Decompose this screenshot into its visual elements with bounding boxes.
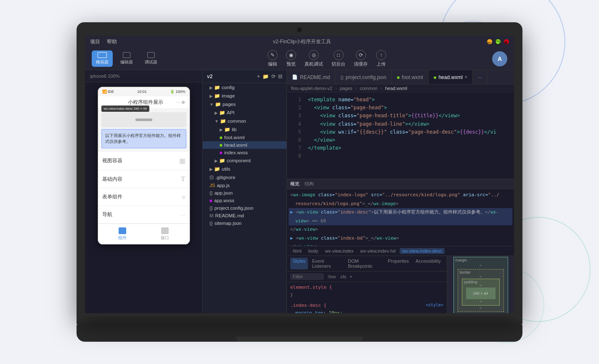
- tab-more[interactable]: ···: [473, 70, 488, 84]
- sub-tab-event-listeners[interactable]: Event Listeners: [310, 258, 344, 269]
- collapse-icon[interactable]: ⊟: [278, 74, 282, 79]
- tab-close-icon[interactable]: ×: [465, 75, 467, 79]
- code-line-2: 2 <view class="page-head">: [287, 104, 514, 112]
- clear-cache-action[interactable]: ⟳ 清缓存: [354, 50, 368, 67]
- new-folder-icon[interactable]: 📁: [262, 74, 269, 79]
- sub-tab-properties[interactable]: Properties: [385, 258, 411, 269]
- file-foot-wxml[interactable]: ■foot.wxml: [203, 134, 286, 141]
- breadcrumb-bar: fino-applet-demo-v2 › pages › common › h…: [287, 84, 514, 92]
- phone-tab-api[interactable]: 接口: [144, 227, 186, 241]
- laptop-camera: [297, 27, 302, 32]
- tag-html[interactable]: html: [290, 248, 304, 254]
- tag-breadcrumb: html body wx-view.index wx-view.index-hd…: [287, 246, 514, 256]
- menu-project[interactable]: 项目: [90, 38, 100, 45]
- file-lib[interactable]: ▶📁lib: [203, 125, 286, 134]
- file-head-wxml[interactable]: ■head.wxml: [203, 141, 286, 149]
- file-app-js[interactable]: JSapp.js: [203, 182, 286, 189]
- tab-readme[interactable]: 📄 README.md: [287, 70, 335, 84]
- preview-action[interactable]: ◉ 预览: [286, 50, 296, 67]
- window-controls: − □ ×: [487, 39, 509, 44]
- styles-area: Styles Event Listeners DOM Breakpoints P…: [287, 256, 514, 313]
- laptop-stand: [77, 325, 522, 342]
- css-rule-element-style: element.style { }: [287, 282, 447, 300]
- phone-menu-item-4[interactable]: 导航 ···: [98, 206, 190, 224]
- tab-foot-wxml[interactable]: ■ foot.wxml: [392, 70, 428, 84]
- filter-input[interactable]: [290, 273, 324, 280]
- code-editor[interactable]: 1 <template name="head"> 2 <view class="…: [287, 92, 514, 179]
- sub-tab-dom-breakpoints[interactable]: DOM Breakpoints: [345, 258, 384, 269]
- file-readme[interactable]: MREADME.md: [203, 212, 286, 219]
- box-model-border: border − padding − 240 × 44: [458, 269, 504, 312]
- breadcrumb-2: pages: [340, 86, 353, 91]
- dom-panel-tabs: 概览 结构: [287, 179, 514, 189]
- debugger-button[interactable]: 调试器: [140, 50, 162, 67]
- code-line-3: 3 <view class="page-head-title">{{title}…: [287, 112, 514, 120]
- sub-tab-accessibility[interactable]: Accessibility: [413, 258, 443, 269]
- file-tree-panel: v2 + 📁 ⟳ ⊟ ▶📁config: [203, 70, 287, 313]
- file-app-wxss[interactable]: ■app.wxss: [203, 197, 286, 204]
- file-pages[interactable]: ▼📁pages: [203, 100, 286, 108]
- tab-project-config[interactable]: {} project.config.json: [335, 70, 392, 84]
- file-config[interactable]: ▶📁config: [203, 83, 286, 92]
- dom-tree: <wx-image class="index-logo" src="../res…: [287, 189, 514, 246]
- refresh-icon[interactable]: ⟳: [271, 74, 276, 79]
- dom-line-5: </wx-view>: [289, 225, 512, 234]
- laptop-screen-frame: 项目 帮助 v2-FinClip小程序开发工具 − □ ×: [77, 22, 522, 317]
- file-component[interactable]: ▶📁component: [203, 156, 286, 165]
- file-app-json[interactable]: {}app.json: [203, 189, 286, 197]
- api-tab-icon: [161, 227, 169, 234]
- minimize-button[interactable]: −: [487, 39, 492, 44]
- dom-line-3: ▶ <wx-view class="index-desc">以下用展示小程序官方…: [289, 208, 512, 217]
- maximize-button[interactable]: □: [496, 39, 501, 44]
- background-action[interactable]: □ 切后台: [331, 50, 345, 67]
- tag-wx-view-index[interactable]: wx-view.index: [323, 248, 356, 254]
- editor-tab-bar: 📄 README.md {} project.config.json ■ foo…: [287, 70, 514, 84]
- filter-cls-hint[interactable]: .cls: [339, 274, 347, 279]
- dom-panel-tab-elements[interactable]: 概览: [290, 181, 300, 187]
- preview-icon: ◉: [286, 50, 296, 60]
- edit-action[interactable]: ✎ 编辑: [268, 50, 278, 67]
- phone-menu-item-1[interactable]: 视图容器 ▦: [98, 152, 190, 170]
- new-file-icon[interactable]: +: [257, 74, 260, 79]
- tag-wx-view-hd[interactable]: wx-view.index-hd: [358, 248, 398, 254]
- file-image[interactable]: ▶📁image: [203, 92, 286, 100]
- file-common[interactable]: ▼📁common: [203, 117, 286, 125]
- dom-line-7: </wx-view>: [289, 243, 512, 246]
- menu-bar: 项目 帮助 v2-FinClip小程序开发工具 − □ ×: [85, 36, 514, 47]
- file-api[interactable]: ▶📁API: [203, 108, 286, 117]
- tab-head-wxml[interactable]: ■ head.wxml ×: [429, 70, 473, 84]
- dom-panel-tab-console[interactable]: 结构: [305, 181, 314, 187]
- phone-tab-components[interactable]: 组件: [101, 227, 144, 241]
- dom-line-6: ▶ <wx-view class="index-bd">_</wx-view>: [289, 234, 512, 243]
- editor-button[interactable]: 编辑器: [116, 50, 137, 67]
- style-link[interactable]: <style>: [426, 302, 443, 309]
- file-sitemap[interactable]: {}sitemap.json: [203, 219, 286, 227]
- phone-menu-item-2[interactable]: 基础内容 T: [98, 170, 190, 188]
- clear-cache-icon: ⟳: [356, 50, 366, 60]
- file-gitignore[interactable]: ⊡.gitignore: [203, 173, 286, 182]
- file-project-config[interactable]: {}project.config.json: [203, 204, 286, 212]
- file-utils[interactable]: ▶📁utils: [203, 165, 286, 173]
- laptop-container: 项目 帮助 v2-FinClip小程序开发工具 − □ ×: [77, 22, 522, 342]
- toolbar: 模拟器 编辑器 调试器 ✎: [85, 47, 514, 70]
- code-line-1: 1 <template name="head">: [287, 96, 514, 104]
- tag-body[interactable]: body: [306, 248, 321, 254]
- box-model-margin: margin − border − padding −: [453, 257, 508, 314]
- file-tree-actions: + 📁 ⟳ ⊟: [257, 74, 282, 79]
- user-avatar[interactable]: A: [492, 51, 507, 66]
- upload-action[interactable]: ↑ 上传: [376, 50, 386, 67]
- box-model-padding: padding − 240 × 44 −: [462, 279, 500, 306]
- close-button[interactable]: ×: [504, 39, 509, 44]
- file-index-wxss[interactable]: ■index.wxss: [203, 149, 286, 156]
- device-debug-action[interactable]: ◎ 真机调试: [305, 50, 323, 67]
- code-line-8: 8: [287, 152, 514, 160]
- phone-menu-list: 视图容器 ▦ 基础内容 T 表单组件 ≡: [98, 152, 190, 224]
- phone-menu-item-3[interactable]: 表单组件 ≡: [98, 188, 190, 206]
- filter-add-hint[interactable]: +: [350, 274, 352, 279]
- menu-help[interactable]: 帮助: [107, 38, 117, 45]
- tag-wx-view-desc[interactable]: wx-view.index-desc: [400, 248, 445, 254]
- filter-hover-hint[interactable]: :hov: [327, 274, 336, 279]
- simulator-button[interactable]: 模拟器: [92, 50, 113, 67]
- breadcrumb-1: fino-applet-demo-v2: [291, 86, 332, 91]
- sub-tab-styles[interactable]: Styles: [290, 258, 308, 269]
